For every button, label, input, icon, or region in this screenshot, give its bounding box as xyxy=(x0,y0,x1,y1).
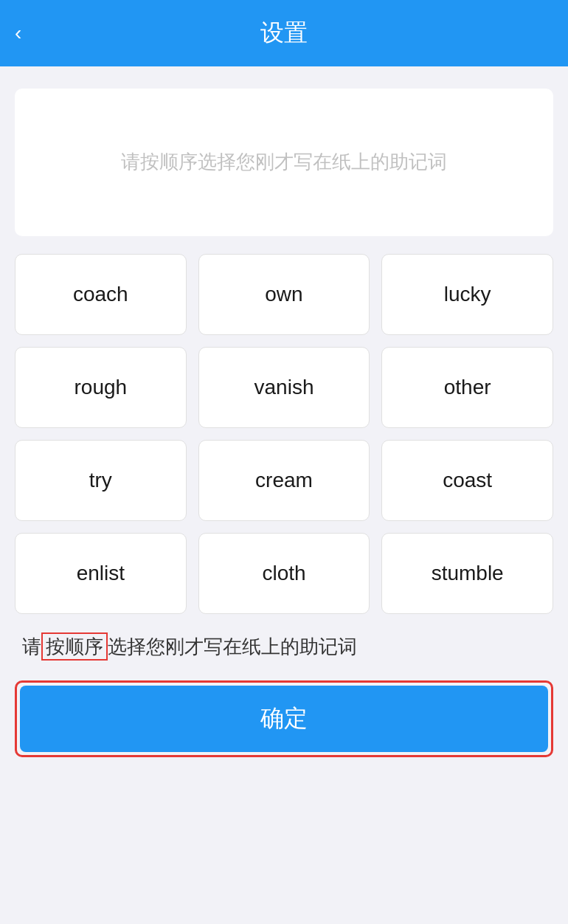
word-button-cloth[interactable]: cloth xyxy=(198,533,370,614)
word-button-coast[interactable]: coast xyxy=(381,440,553,521)
hint-text: 请按顺序选择您刚才写在纸上的助记词 xyxy=(15,632,553,663)
confirm-button-wrapper: 确定 xyxy=(15,680,553,757)
word-button-lucky[interactable]: lucky xyxy=(381,254,553,335)
word-button-stumble[interactable]: stumble xyxy=(381,533,553,614)
selection-placeholder: 请按顺序选择您刚才写在纸上的助记词 xyxy=(121,147,447,178)
word-button-rough[interactable]: rough xyxy=(15,347,187,428)
word-button-other[interactable]: other xyxy=(381,347,553,428)
back-button[interactable]: ‹ xyxy=(15,21,21,45)
hint-suffix: 选择您刚才写在纸上的助记词 xyxy=(108,635,357,658)
hint-prefix: 请 xyxy=(22,635,41,658)
word-button-enlist[interactable]: enlist xyxy=(15,533,187,614)
selection-box: 请按顺序选择您刚才写在纸上的助记词 xyxy=(15,89,553,236)
words-grid: coachownluckyroughvanishothertrycreamcoa… xyxy=(15,254,553,614)
confirm-button[interactable]: 确定 xyxy=(20,686,548,752)
page-title: 设置 xyxy=(260,17,308,49)
hint-highlighted: 按顺序 xyxy=(41,632,108,661)
word-button-vanish[interactable]: vanish xyxy=(198,347,370,428)
header: ‹ 设置 xyxy=(0,0,568,66)
word-button-coach[interactable]: coach xyxy=(15,254,187,335)
word-button-try[interactable]: try xyxy=(15,440,187,521)
word-button-cream[interactable]: cream xyxy=(198,440,370,521)
word-button-own[interactable]: own xyxy=(198,254,370,335)
